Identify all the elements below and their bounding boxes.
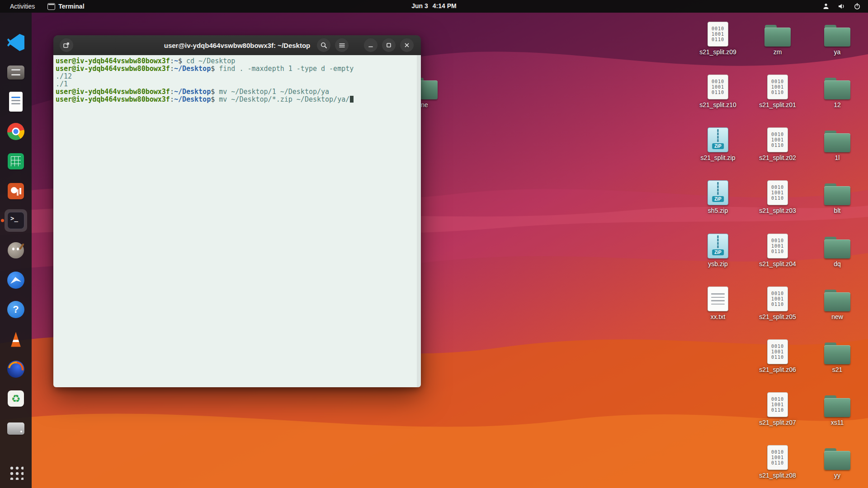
terminal-line: ./1	[56, 80, 415, 88]
dock-item-impress[interactable]	[5, 180, 27, 202]
binary-file-icon: 001010010110	[767, 392, 788, 417]
close-icon	[403, 42, 410, 49]
icon-label: zm	[774, 48, 782, 56]
desktop-icon-s21_split.z06[interactable]: 001010010110s21_split.z06	[753, 335, 802, 374]
desktop-icon-s21_split.z07[interactable]: 001010010110s21_split.z07	[753, 388, 802, 427]
clock[interactable]: Jun 3 4:14 PM	[411, 2, 457, 9]
terminal-search-button[interactable]	[317, 38, 330, 52]
power-icon	[854, 3, 861, 10]
dock-item-terminal[interactable]: >_	[5, 209, 27, 232]
hamburger-menu-icon	[338, 42, 346, 49]
desktop-icon-blt[interactable]: blt	[812, 176, 862, 215]
terminal-scrollbar[interactable]	[417, 55, 421, 387]
desktop-icon-s21_split.z09[interactable]: 001010010110s21_split.z09	[693, 18, 743, 56]
desktop-icon-s21[interactable]: s21	[812, 335, 862, 374]
desktop-icon-xx.txt[interactable]: xx.txt	[693, 282, 743, 321]
activities-button[interactable]: Activities	[7, 2, 38, 11]
icon-label: blt	[834, 207, 841, 215]
binary-file-icon: 001010010110	[767, 180, 788, 205]
desktop-icon-new[interactable]: new	[812, 282, 862, 321]
folder-icon	[824, 395, 850, 417]
help-icon: ?	[7, 301, 24, 318]
terminal-line: user@iv-ydqb464vswbw80bowx3f:~/Desktop$ …	[56, 65, 415, 73]
icon-label: s21_split.z04	[759, 260, 796, 268]
dock-item-software[interactable]: ♻	[5, 387, 27, 410]
dock-item-thunderbird[interactable]	[5, 269, 27, 291]
dock-item-vlc[interactable]	[5, 328, 27, 351]
clock-date: Jun 3	[411, 2, 428, 9]
terminal-window: user@iv-ydqb464vswbw80bowx3f: ~/Desktop	[53, 35, 421, 387]
system-status-area[interactable]	[822, 3, 868, 10]
vlc-icon	[8, 332, 24, 347]
binary-file-icon: 001010010110	[708, 22, 728, 47]
focused-app-name: Terminal	[58, 3, 84, 10]
icon-label: 12	[834, 101, 841, 109]
maximize-button[interactable]	[382, 38, 396, 52]
show-apps-icon	[8, 465, 24, 480]
binary-file-icon: 001010010110	[708, 75, 728, 99]
folder-icon	[824, 25, 850, 47]
zip-file-icon: ZiP	[708, 127, 728, 152]
icon-label: s21_split.zip	[700, 154, 735, 162]
dock-item-help[interactable]: ?	[5, 298, 27, 321]
terminal-line: ./12	[56, 73, 415, 80]
text-file-icon	[708, 286, 728, 311]
folder-icon	[824, 131, 850, 152]
dock: >_?♻	[0, 13, 32, 488]
focused-app-menu[interactable]: Terminal	[47, 3, 84, 10]
top-bar: Activities Terminal Jun 3 4:14 PM	[0, 0, 868, 13]
minimize-button[interactable]	[364, 38, 377, 52]
desktop-icon-xs11[interactable]: xs11	[812, 388, 862, 427]
open-new-window-button[interactable]	[60, 38, 73, 52]
icon-label: dq	[834, 260, 841, 268]
chrome-icon	[7, 123, 24, 140]
binary-file-icon: 001010010110	[767, 445, 788, 470]
desktop-icon-s21_split.z10[interactable]: 001010010110s21_split.z10	[693, 70, 743, 109]
close-button[interactable]	[400, 38, 414, 52]
desktop-icon-s21_split.z03[interactable]: 001010010110s21_split.z03	[753, 176, 802, 215]
desktop-icon-1l[interactable]: 1l	[812, 123, 862, 162]
binary-file-icon: 001010010110	[767, 127, 788, 152]
disks-icon	[7, 422, 24, 435]
desktop-icon-s21_split.z08[interactable]: 001010010110s21_split.z08	[753, 441, 802, 479]
folder-icon	[824, 237, 850, 258]
icon-label: s21_split.z02	[759, 154, 796, 162]
desktop-icon-ya[interactable]: ya	[812, 18, 862, 56]
binary-file-icon: 001010010110	[767, 75, 788, 99]
desktop-icon-dq[interactable]: dq	[812, 230, 862, 268]
desktop-icon-s21_split.z04[interactable]: 001010010110s21_split.z04	[753, 230, 802, 268]
desktop-icon-s21_split.z01[interactable]: 001010010110s21_split.z01	[753, 70, 802, 109]
icon-label: s21	[832, 366, 843, 374]
desktop-icon-ysb.zip[interactable]: ZiPysb.zip	[693, 230, 743, 268]
desktop-icon-s21_split.zip[interactable]: ZiPs21_split.zip	[693, 123, 743, 162]
dock-item-disks[interactable]	[5, 417, 27, 440]
dock-item-vscode[interactable]	[5, 31, 27, 54]
terminal-menu-button[interactable]	[335, 38, 349, 52]
dock-item-firefox[interactable]	[5, 358, 27, 380]
terminal-content[interactable]: user@iv-ydqb464vswbw80bowx3f:~$ cd ~/Des…	[53, 55, 421, 387]
libreoffice-calc-icon	[8, 153, 24, 169]
dock-item-files[interactable]	[5, 61, 27, 84]
terminal-titlebar[interactable]: user@iv-ydqb464vswbw80bowx3f: ~/Desktop	[53, 35, 421, 55]
zip-file-icon: ZiP	[708, 180, 728, 205]
desktop-icon-zm[interactable]: zm	[753, 18, 802, 56]
desktop-icon-s21_split.z02[interactable]: 001010010110s21_split.z02	[753, 123, 802, 162]
thunderbird-icon	[7, 272, 24, 289]
icon-label: ya	[834, 48, 841, 56]
desktop-icon-sh5.zip[interactable]: ZiPsh5.zip	[693, 176, 743, 215]
icon-label: xs11	[831, 419, 844, 427]
dock-item-chrome[interactable]	[5, 120, 27, 143]
desktop-icon-s21_split.z05[interactable]: 001010010110s21_split.z05	[753, 282, 802, 321]
files-icon	[7, 66, 24, 80]
dock-item-texteditor[interactable]	[5, 90, 27, 113]
terminal-line: user@iv-ydqb464vswbw80bowx3f:~/Desktop$ …	[56, 88, 415, 96]
desktop-icon-12[interactable]: 12	[812, 70, 862, 109]
folder-icon	[764, 25, 791, 47]
icon-label: yy	[834, 472, 840, 479]
dock-item-show-apps[interactable]	[5, 461, 27, 483]
dock-item-gimp[interactable]	[5, 239, 27, 262]
desktop-icon-yy[interactable]: yy	[812, 441, 862, 479]
dock-item-calc[interactable]	[5, 150, 27, 173]
libreoffice-impress-icon	[8, 183, 24, 199]
software-center-icon: ♻	[8, 390, 24, 407]
